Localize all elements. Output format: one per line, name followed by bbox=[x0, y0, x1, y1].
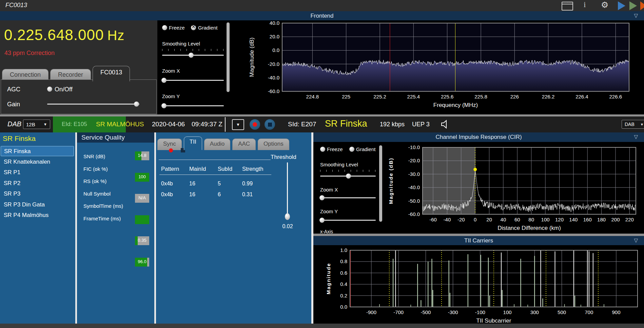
service-list-item[interactable]: SR P1 bbox=[1, 167, 74, 178]
tii-cell: 5 bbox=[218, 181, 221, 187]
tii-cell: 0.99 bbox=[242, 181, 253, 187]
cir-collapse-icon[interactable]: ▽ bbox=[634, 134, 638, 140]
frontend-collapse-icon[interactable]: ▽ bbox=[634, 13, 638, 19]
play-blue-icon[interactable] bbox=[618, 1, 625, 10]
speaker-icon[interactable] bbox=[440, 120, 450, 129]
spectrum-controls-scrollbar[interactable] bbox=[227, 22, 230, 92]
window-icon[interactable] bbox=[562, 2, 573, 11]
svg-text:Frequency (MHz): Frequency (MHz) bbox=[433, 102, 478, 108]
horizontal-splitter-cir[interactable] bbox=[313, 234, 644, 236]
cir-zoomy-handle[interactable] bbox=[319, 218, 325, 223]
cir-controls-scrollbar[interactable] bbox=[379, 145, 382, 222]
spectrum-zoomy-track[interactable] bbox=[162, 105, 224, 106]
spectrum-smoothing-handle[interactable] bbox=[189, 53, 194, 58]
svg-text:-700: -700 bbox=[393, 309, 404, 315]
service-list: SR FinskaSR KnattekanalenSR P1SR P2SR P3… bbox=[0, 146, 75, 324]
cir-smoothing-label: Smoothing Level bbox=[320, 162, 358, 167]
spectrum-freeze-label: Freeze bbox=[169, 25, 185, 31]
info-icon[interactable]: i bbox=[584, 0, 586, 9]
sq-value: 100 bbox=[135, 174, 149, 179]
threshold-slider-handle[interactable] bbox=[285, 213, 290, 220]
dab-mode-label: DAB bbox=[7, 120, 21, 128]
cir-smoothing-handle[interactable] bbox=[346, 174, 351, 179]
tab-tii[interactable]: TII bbox=[184, 136, 202, 150]
svg-text:226.4: 226.4 bbox=[575, 94, 588, 99]
window-title: FC0013 bbox=[5, 2, 27, 9]
tii-col-header: Strength bbox=[242, 166, 263, 172]
spectrum-zoomx-label: Zoom X bbox=[162, 68, 180, 74]
cir-zoomy-track[interactable] bbox=[320, 220, 376, 221]
sq-label: FIC (ok %) bbox=[83, 166, 108, 172]
svg-text:226.6: 226.6 bbox=[609, 94, 622, 99]
settings-gear-icon[interactable]: ⚙ bbox=[601, 0, 608, 10]
spectrum-controls: Freeze ✕ Gradient Smoothing Level Zoom X… bbox=[157, 20, 231, 114]
service-list-item[interactable]: SR P4 Malmöhus bbox=[1, 210, 74, 220]
separator bbox=[225, 117, 226, 132]
cir-gradient-label: Gradient bbox=[356, 146, 376, 152]
chevron-down-icon: ▼ bbox=[43, 122, 47, 126]
cir-zoomx-handle[interactable] bbox=[319, 195, 325, 200]
tuner-panel: 0.225.648.000Hz 43 ppm Correction Connec… bbox=[0, 20, 157, 114]
agc-radio[interactable] bbox=[47, 87, 52, 92]
spectrum-zoomx-track[interactable] bbox=[162, 80, 224, 81]
svg-text:160: 160 bbox=[583, 217, 592, 222]
tuner-tab-pane: AGC On/Off Gain bbox=[1, 79, 157, 114]
spectrum-freeze-radio[interactable] bbox=[162, 25, 167, 30]
svg-text:-10.0: -10.0 bbox=[408, 144, 420, 150]
cir-gradient-radio[interactable] bbox=[349, 147, 354, 152]
sq-value-badge: 0.35 bbox=[135, 236, 149, 245]
threshold-value: 0.02 bbox=[281, 223, 294, 230]
frequency-unit: Hz bbox=[107, 28, 124, 43]
tii-carriers-chart: 1.00.80.60.40.20.0-900-700-500-300-10010… bbox=[313, 245, 644, 324]
svg-text:-50.0: -50.0 bbox=[408, 198, 420, 204]
chevron-orange-icon[interactable] bbox=[640, 1, 644, 10]
svg-text:500: 500 bbox=[558, 309, 566, 315]
svg-text:0.0: 0.0 bbox=[272, 47, 279, 53]
service-list-item[interactable]: SR P3 bbox=[1, 189, 74, 199]
gain-slider-handle[interactable] bbox=[134, 102, 139, 107]
cir-freeze-label: Freeze bbox=[327, 146, 343, 152]
tii-carriers-collapse-icon[interactable]: ▽ bbox=[634, 237, 638, 243]
record-button[interactable] bbox=[250, 119, 260, 130]
service-list-panel: SR Finska SR FinskaSR KnattekanalenSR P1… bbox=[0, 132, 75, 324]
bottom-scrollbar-gutter[interactable] bbox=[0, 324, 644, 328]
spectrum-gradient-radio[interactable]: ✕ bbox=[191, 25, 196, 30]
cir-freeze-radio[interactable] bbox=[320, 147, 325, 152]
svg-text:-60.0: -60.0 bbox=[268, 88, 279, 94]
cir-zoomx-track[interactable] bbox=[320, 197, 376, 198]
svg-text:0.6: 0.6 bbox=[340, 270, 347, 276]
service-list-item[interactable]: SR P3 Din Gata bbox=[1, 200, 74, 210]
record-dot-icon bbox=[253, 122, 257, 127]
channel-select[interactable]: 12B ▼ bbox=[23, 120, 50, 129]
play-green-icon[interactable] bbox=[629, 1, 637, 10]
scan-dropdown-button[interactable]: ▼ bbox=[232, 119, 244, 130]
spectrum-smoothing-ticks bbox=[162, 49, 224, 51]
stop-button[interactable] bbox=[265, 119, 275, 130]
channel-value: 12B bbox=[26, 122, 35, 127]
svg-text:-60.0: -60.0 bbox=[408, 211, 420, 217]
sq-value-badge: 14.8 bbox=[135, 151, 149, 160]
gain-slider-track[interactable] bbox=[47, 104, 139, 105]
tuner-tab-fc0013[interactable]: FC0013 bbox=[93, 66, 130, 81]
svg-text:-40.0: -40.0 bbox=[408, 184, 420, 190]
cir-chart: -10.0-20.0-30.0-40.0-50.0-60.0-60-40-200… bbox=[383, 142, 644, 234]
chevron-down-icon: ▼ bbox=[640, 123, 644, 126]
svg-text:80: 80 bbox=[528, 217, 534, 222]
service-list-item[interactable]: SR P2 bbox=[1, 178, 74, 188]
spectrum-zoomx-handle[interactable] bbox=[161, 78, 167, 83]
threshold-slider-track[interactable] bbox=[287, 162, 288, 217]
output-mode-select[interactable]: DAB ▼ bbox=[622, 120, 644, 129]
svg-text:140: 140 bbox=[569, 217, 578, 222]
tii-cell: 0.31 bbox=[242, 192, 253, 198]
service-list-item[interactable]: SR Finska bbox=[1, 146, 74, 156]
ensemble-name: SR MALMÖHUS bbox=[96, 121, 144, 128]
bitrate: 192 kbps bbox=[380, 121, 405, 128]
sq-value: 0.35 bbox=[135, 238, 149, 243]
tii-cell: 16 bbox=[189, 181, 195, 187]
svg-text:1.0: 1.0 bbox=[340, 247, 347, 253]
spectrum-zoomy-handle[interactable] bbox=[161, 103, 167, 108]
service-quality-rows: SNR (dB)14.8FIC (ok %)100RS (ok %)N/ANul… bbox=[77, 143, 154, 324]
service-list-item[interactable]: SR Knattekanalen bbox=[1, 157, 74, 167]
svg-text:0.0: 0.0 bbox=[340, 304, 347, 310]
sq-label: SymbolTime (ms) bbox=[83, 203, 123, 209]
